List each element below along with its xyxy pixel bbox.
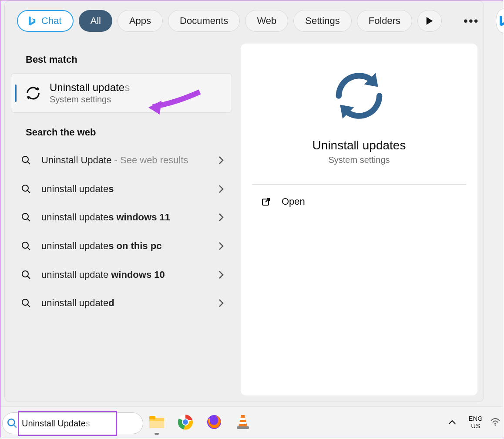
svg-line-7 — [27, 247, 30, 250]
firefox-icon[interactable] — [206, 414, 222, 430]
search-icon — [19, 270, 34, 280]
best-match-title: Uninstall updates — [50, 81, 130, 94]
svg-line-3 — [27, 190, 30, 193]
language-line1: ENG — [468, 415, 483, 422]
folders-chip-label: Folders — [369, 15, 400, 27]
svg-point-2 — [22, 185, 28, 191]
selection-indicator — [15, 84, 17, 102]
documents-chip[interactable]: Documents — [168, 10, 240, 32]
svg-point-10 — [22, 299, 28, 305]
bing-icon — [26, 15, 38, 27]
web-result-text: uninstall updated — [41, 297, 210, 310]
search-icon — [19, 155, 34, 165]
search-web-heading: Search the web — [11, 113, 232, 146]
best-match-heading: Best match — [11, 44, 232, 73]
svg-point-4 — [22, 213, 28, 220]
web-result-item[interactable]: uninstall updated — [11, 289, 232, 317]
chevron-right-icon — [218, 299, 228, 307]
svg-point-20 — [183, 419, 188, 425]
result-preview-panel: Uninstall updates System settings Open — [241, 44, 477, 395]
svg-rect-17 — [149, 421, 164, 428]
chat-chip-label: Chat — [41, 15, 61, 27]
taskbar-pinned-apps — [148, 406, 251, 438]
settings-chip-label: Settings — [305, 15, 340, 27]
svg-line-11 — [27, 304, 30, 307]
search-icon — [19, 241, 34, 251]
chrome-icon[interactable] — [177, 414, 194, 430]
chevron-right-icon — [218, 185, 228, 193]
preview-subtitle: System settings — [241, 155, 477, 165]
all-chip[interactable]: All — [79, 10, 112, 32]
best-match-subtitle: System settings — [50, 95, 130, 105]
system-tray: ENG US — [444, 406, 503, 438]
window-frame: Chat All Apps Documents Web Settings Fol… — [0, 0, 503, 438]
search-icon — [19, 298, 34, 308]
web-results-list: Uninstall Update - See web resultsuninst… — [11, 146, 232, 317]
web-result-item[interactable]: uninstall updates windows 11 — [11, 203, 232, 232]
tray-overflow-button[interactable] — [444, 417, 460, 427]
chevron-right-icon — [218, 270, 228, 279]
language-indicator[interactable]: ENG US — [468, 415, 483, 430]
web-result-text: uninstall updates on this pc — [41, 240, 210, 253]
web-result-item[interactable]: uninstall update windows 10 — [11, 260, 232, 289]
svg-point-8 — [22, 271, 28, 277]
svg-line-14 — [13, 425, 17, 428]
more-filters-button[interactable] — [417, 10, 442, 32]
documents-chip-label: Documents — [180, 15, 228, 27]
chevron-up-icon — [448, 419, 456, 425]
search-icon — [19, 212, 34, 223]
ellipsis-icon: ••• — [464, 14, 479, 28]
web-result-text: uninstall updates — [41, 182, 210, 196]
bing-button[interactable] — [496, 9, 504, 33]
svg-rect-23 — [239, 422, 246, 424]
web-result-item[interactable]: Uninstall Update - See web results — [11, 146, 232, 175]
folders-chip[interactable]: Folders — [357, 10, 412, 32]
search-results-panel: Chat All Apps Documents Web Settings Fol… — [4, 0, 484, 402]
apps-chip[interactable]: Apps — [118, 10, 163, 32]
chevron-right-icon — [218, 156, 228, 165]
best-match-result[interactable]: Uninstall updates System settings — [11, 73, 232, 113]
web-chip[interactable]: Web — [245, 10, 288, 32]
bing-icon — [496, 14, 504, 28]
web-result-text: Uninstall Update - See web results — [41, 154, 210, 167]
open-label: Open — [282, 196, 305, 207]
web-result-text: uninstall update windows 10 — [41, 268, 210, 281]
chevron-right-icon — [218, 242, 228, 250]
svg-rect-22 — [240, 418, 245, 420]
search-icon — [19, 184, 34, 194]
svg-point-13 — [8, 419, 14, 425]
svg-point-0 — [22, 156, 28, 162]
web-result-text: uninstall updates windows 11 — [41, 211, 210, 224]
chat-chip[interactable]: Chat — [17, 10, 74, 32]
annotation-highlight-box — [18, 411, 117, 436]
settings-chip[interactable]: Settings — [293, 10, 352, 32]
svg-line-1 — [27, 162, 30, 164]
chevron-right-icon — [218, 213, 228, 222]
overflow-menu-button[interactable]: ••• — [452, 10, 490, 32]
sync-icon-large — [241, 65, 477, 126]
all-chip-label: All — [90, 15, 101, 27]
web-result-item[interactable]: uninstall updates on this pc — [11, 232, 232, 260]
preview-title: Uninstall updates — [241, 138, 477, 152]
language-line2: US — [468, 422, 483, 429]
svg-line-9 — [27, 276, 30, 279]
svg-line-5 — [27, 219, 30, 221]
wifi-icon[interactable] — [491, 418, 500, 426]
file-explorer-icon[interactable] — [148, 414, 165, 430]
filter-chips-row: Chat All Apps Documents Web Settings Fol… — [5, 1, 484, 33]
results-left-column: Best match Uninstall updates System sett… — [11, 44, 232, 395]
web-result-item[interactable]: uninstall updates — [11, 175, 232, 203]
sync-icon — [24, 84, 42, 102]
svg-point-6 — [22, 242, 28, 248]
svg-point-25 — [495, 425, 496, 426]
open-action[interactable]: Open — [241, 185, 477, 219]
open-external-icon — [261, 196, 271, 207]
svg-rect-24 — [237, 426, 249, 429]
apps-chip-label: Apps — [129, 15, 151, 27]
play-icon — [426, 17, 433, 25]
vlc-icon[interactable] — [235, 414, 251, 430]
web-chip-label: Web — [257, 15, 276, 27]
search-icon — [7, 418, 18, 429]
taskbar: Uninstall Updates ENG — [0, 406, 503, 438]
svg-rect-16 — [149, 416, 155, 419]
